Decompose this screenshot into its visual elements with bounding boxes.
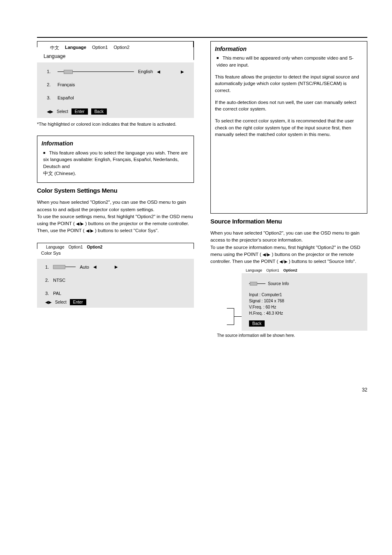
info-text: This menu will be appeared only when com… xyxy=(217,55,353,67)
mini-osd-panel: Language Option1 Option2 Source Info Inp… xyxy=(242,273,367,338)
legend-back[interactable]: Back xyxy=(91,108,107,115)
slider-knob[interactable] xyxy=(53,265,65,269)
mini-row-title: Source Info xyxy=(249,281,360,286)
row-index: 3. xyxy=(47,95,53,100)
para-text: When you have selected "Option2", you ca… xyxy=(37,200,186,212)
row-auto[interactable]: 1. Auto ◀ ▶ xyxy=(45,265,186,269)
info-zh: 中文 xyxy=(43,171,53,176)
triangle-right-icon: ▶ xyxy=(284,259,288,264)
row-name: PAL xyxy=(53,291,61,296)
legend-enter[interactable]: Enter xyxy=(70,299,86,305)
mini-info-lines: Input : Computer1 Signal : 1024 x 768 V.… xyxy=(249,292,360,316)
row-name: English xyxy=(138,69,153,74)
mini-title: Source Info xyxy=(268,281,289,286)
info-para-3: To select the correct color system, it i… xyxy=(215,117,363,138)
triangle-left-icon: ◀ xyxy=(263,252,266,257)
osd-row-francais[interactable]: 2. Français xyxy=(47,82,184,87)
row-index: 2. xyxy=(47,82,53,87)
source-info-header: Source Information Menu xyxy=(210,218,367,225)
page: 中文 Language Option1 Option2 Language 1. … xyxy=(0,0,392,409)
osd-body: 1. English ◀ ▶ 2. Français 3. Español xyxy=(37,62,194,118)
right-column: Information This menu will be appeared o… xyxy=(210,41,367,338)
left-column: 中文 Language Option1 Option2 Language 1. … xyxy=(37,41,194,308)
triangle-right-icon: ▶ xyxy=(115,265,118,269)
mini-osd-wrap: Language Option1 Option2 Source Info Inp… xyxy=(227,273,367,338)
row-index: 1. xyxy=(47,69,53,74)
osd-tab-row: 中文 Language Option1 Option2 xyxy=(40,44,194,52)
legend-select: Select xyxy=(55,300,67,304)
para-text: When you have selected "Option2", you ca… xyxy=(210,230,360,242)
osd-row-espanol[interactable]: 3. Español xyxy=(47,95,184,100)
row-name: Español xyxy=(58,95,74,100)
info-language-box: Information This feature allows you to s… xyxy=(37,136,194,183)
callout-text: The source information will be shown her… xyxy=(217,333,367,338)
triangle-left-icon: ◀ xyxy=(157,69,160,74)
info-bullet: This feature allows you to select the la… xyxy=(43,150,189,177)
info-bullet: This menu will be appeared only when com… xyxy=(217,55,363,68)
mini-line: H.Freq. : 48.3 KHz xyxy=(249,310,360,316)
osd-legend: ◀▶ Select Enter Back xyxy=(47,108,184,115)
osd-header: 中文 Language Option1 Option2 Language xyxy=(37,41,194,60)
legend-enter[interactable]: Enter xyxy=(71,108,88,115)
tab-option2[interactable]: Option2 xyxy=(284,268,297,272)
osd-tab-zh[interactable]: 中文 xyxy=(50,44,59,52)
mini-line: Input : Computer1 xyxy=(249,292,360,298)
osd2-header: Language Option1 Option2 Color Sys xyxy=(37,243,194,256)
osd-tab-option2[interactable]: Option2 xyxy=(113,44,129,52)
tab-language[interactable]: Language xyxy=(46,245,65,249)
para-text: ) buttons to select "Color Sys". xyxy=(95,228,159,233)
row-index: 2. xyxy=(45,278,49,283)
info-para-1: This feature allows the projector to det… xyxy=(215,74,363,94)
osd2-title: Color Sys xyxy=(39,251,194,256)
color-sys-header: Color System Settings Menu xyxy=(37,187,194,194)
row-name: NTSC xyxy=(53,278,65,283)
triangle-left-icon: ◀ xyxy=(76,221,79,226)
slider-knob[interactable] xyxy=(64,70,73,74)
info-source-box: Information This menu will be appeared o… xyxy=(210,41,367,214)
top-columns: 中文 Language Option1 Option2 Language 1. … xyxy=(37,41,367,338)
tab-option1[interactable]: Option1 xyxy=(266,268,279,272)
triangle-lr-icon: ◀▶ xyxy=(45,300,52,304)
para-text: ) buttons to select "Source Info". xyxy=(289,259,356,264)
mini-line: V.Freq. : 60 Hz xyxy=(249,304,360,310)
triangle-right-icon: ▶ xyxy=(181,69,184,74)
info-post: (Chinese). xyxy=(54,171,76,176)
row-ntsc[interactable]: 2. NTSC xyxy=(45,278,186,283)
slider-knob[interactable] xyxy=(250,282,257,286)
osd-colorsys-menu: Language Option1 Option2 Color Sys 1. Au… xyxy=(37,243,194,308)
color-sys-para: When you have selected "Option2", you ca… xyxy=(37,199,194,234)
osd-menu-title: Language xyxy=(40,53,194,59)
triangle-right-icon: ▶ xyxy=(267,252,270,257)
mini-legend: Back xyxy=(249,320,360,327)
osd2-tab-row: Language Option1 Option2 xyxy=(39,245,194,249)
source-info-para: When you have selected "Option2", you ca… xyxy=(210,230,367,265)
triangle-lr-icon: ◀▶ xyxy=(47,109,53,114)
tab-option2[interactable]: Option2 xyxy=(87,245,103,249)
legend-select: Select xyxy=(57,109,68,114)
row-name: Français xyxy=(58,82,75,87)
info-para-2: If the auto-detection does not run well,… xyxy=(215,99,363,113)
osd-tab-option1[interactable]: Option1 xyxy=(92,44,108,52)
mini-tabs: Language Option1 Option2 xyxy=(246,268,297,272)
osd2-legend: ◀▶ Select Enter xyxy=(45,299,186,305)
osd-footnote: *The highlighted or colored icon indicat… xyxy=(37,121,194,127)
page-number: 32 xyxy=(37,387,367,393)
triangle-left-icon: ◀ xyxy=(279,259,283,264)
mini-line: Signal : 1024 x 768 xyxy=(249,298,360,304)
legend-back[interactable]: Back xyxy=(249,320,265,327)
row-name: Auto xyxy=(80,265,89,269)
osd2-body: 1. Auto ◀ ▶ 2. NTSC 3. PAL xyxy=(37,259,194,308)
top-rule xyxy=(37,37,367,38)
row-pal[interactable]: 3. PAL xyxy=(45,291,186,296)
triangle-left-icon: ◀ xyxy=(93,265,97,269)
info-title: Information xyxy=(215,45,363,53)
osd-language-menu: 中文 Language Option1 Option2 Language 1. … xyxy=(37,41,194,127)
row-index: 3. xyxy=(45,291,49,296)
osd-tab-language[interactable]: Language xyxy=(65,44,86,52)
osd-row-english[interactable]: 1. English ◀ ▶ xyxy=(47,69,184,74)
row-index: 1. xyxy=(45,265,49,269)
triangle-right-icon: ▶ xyxy=(90,228,94,233)
tab-option1[interactable]: Option1 xyxy=(69,245,83,249)
tab-language[interactable]: Language xyxy=(246,268,262,272)
info-title: Information xyxy=(42,139,189,147)
